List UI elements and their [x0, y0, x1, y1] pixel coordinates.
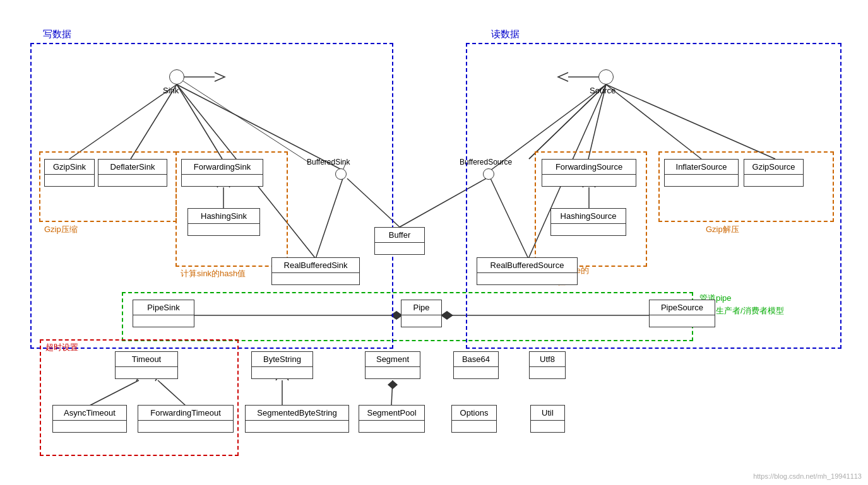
box-forwarding-source: ForwardingSource: [542, 159, 636, 187]
real-buffered-sink-name: RealBufferedSink: [272, 258, 359, 273]
pipe-source-name: PipeSource: [650, 300, 715, 315]
inflater-source-name: InflaterSource: [665, 160, 738, 175]
pipe-sink-name: PipeSink: [133, 300, 194, 315]
box-segment: Segment: [365, 351, 420, 379]
box-async-timeout: AsyncTimeout: [52, 405, 127, 433]
box-timeout: Timeout: [115, 351, 178, 379]
box-real-buffered-sink: RealBufferedSink: [271, 257, 360, 285]
deflater-sink-name: DeflaterSink: [98, 160, 167, 175]
svg-marker-30: [388, 380, 398, 389]
segmented-byte-string-name: SegmentedByteString: [246, 406, 348, 421]
box-options: Options: [451, 405, 497, 433]
utf8-name: Utf8: [530, 352, 565, 367]
label-write: 写数据: [43, 28, 71, 40]
util-name: Util: [531, 406, 564, 421]
box-forwarding-sink: ForwardingSink: [181, 159, 263, 187]
diagram-container: 写数据 读数据 Gzip压缩 计算sink的hash值 Gzip解压 计算sou…: [0, 0, 868, 485]
source-label: Source: [590, 86, 615, 95]
box-utf8: Utf8: [529, 351, 566, 379]
real-buffered-source-name: RealBufferedSource: [477, 258, 577, 273]
sink-circle: [169, 69, 184, 85]
box-buffer: Buffer: [374, 227, 425, 255]
box-real-buffered-source: RealBufferedSource: [477, 257, 578, 285]
buffered-sink-label: BufferedSink: [307, 158, 350, 167]
forwarding-sink-name: ForwardingSink: [182, 160, 263, 175]
label-gzip-write: Gzip压缩: [44, 224, 78, 235]
box-byte-string: ByteString: [251, 351, 313, 379]
box-pipe: Pipe: [401, 300, 442, 327]
box-base64: Base64: [453, 351, 499, 379]
segment-pool-name: SegmentPool: [359, 406, 424, 421]
buffered-sink-circle: [335, 168, 347, 180]
forwarding-timeout-name: ForwardingTimeout: [138, 406, 233, 421]
label-hash-write: 计算sink的hash值: [181, 268, 246, 279]
gzip-sink-name: GzipSink: [45, 160, 94, 175]
box-pipe-sink: PipeSink: [133, 300, 194, 327]
options-name: Options: [452, 406, 496, 421]
box-gzip-sink: GzipSink: [44, 159, 95, 187]
box-forwarding-timeout: ForwardingTimeout: [138, 405, 234, 433]
label-read: 读数据: [491, 28, 520, 40]
base64-name: Base64: [454, 352, 498, 367]
buffered-source-circle: [483, 168, 494, 180]
box-gzip-source: GzipSource: [744, 159, 804, 187]
box-util: Util: [530, 405, 565, 433]
box-segment-pool: SegmentPool: [359, 405, 425, 433]
hashing-sink-name: HashingSink: [188, 209, 259, 224]
svg-line-29: [391, 380, 393, 406]
pipe-name: Pipe: [401, 300, 441, 315]
buffer-name: Buffer: [375, 228, 424, 243]
hashing-source-name: HashingSource: [551, 209, 626, 224]
async-timeout-name: AsyncTimeout: [53, 406, 126, 421]
buffered-source-label: BufferedSource: [460, 158, 512, 167]
gzip-source-name: GzipSource: [744, 160, 803, 175]
sink-label: Sink: [163, 86, 179, 95]
box-hashing-source: HashingSource: [550, 208, 626, 236]
box-segmented-byte-string: SegmentedByteString: [245, 405, 349, 433]
segment-name: Segment: [366, 352, 420, 367]
box-hashing-sink: HashingSink: [187, 208, 260, 236]
forwarding-source-name: ForwardingSource: [542, 160, 636, 175]
label-gzip-read: Gzip解压: [706, 224, 739, 235]
label-timeout: 超时设置: [45, 342, 78, 353]
source-circle: [598, 69, 614, 85]
box-inflater-source: InflaterSource: [664, 159, 739, 187]
box-deflater-sink: DeflaterSink: [98, 159, 167, 187]
watermark: https://blog.csdn.net/mh_19941113: [753, 472, 862, 480]
byte-string-name: ByteString: [252, 352, 312, 367]
timeout-name: Timeout: [116, 352, 177, 367]
box-pipe-source: PipeSource: [649, 300, 715, 327]
